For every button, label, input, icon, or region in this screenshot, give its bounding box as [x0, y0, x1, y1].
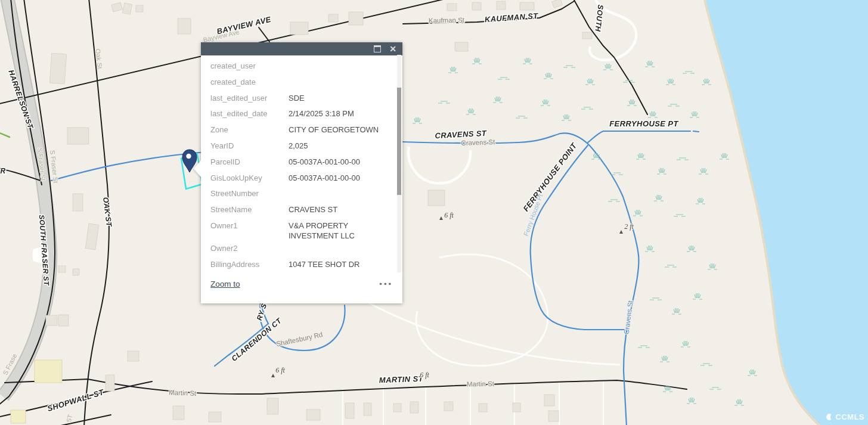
building-footprint [58, 315, 69, 326]
building-footprint [447, 4, 457, 11]
field-label: Zone [210, 122, 289, 135]
field-value [289, 186, 388, 188]
building-footprint [410, 402, 418, 413]
popup-footer: Zoom to ••• [201, 277, 402, 291]
field-value: 05-0037A-001-00-00 [289, 154, 388, 167]
field-label: Owner2 [210, 241, 289, 253]
map-pin-hole [186, 154, 191, 159]
building-footprint [306, 410, 320, 420]
building-footprint [364, 403, 371, 415]
field-value: V&A PROPERTY INVESTMENT LLC [289, 218, 388, 241]
building-footprint [35, 360, 62, 383]
field-row-owner2: Owner2 [201, 241, 402, 257]
map-label-martin-st: Martin St [169, 389, 197, 397]
map-label-kaufman-st: Kaufman St [429, 16, 465, 24]
field-row-billingaddress: BillingAddress1047 TEE SHOT DR [201, 257, 402, 273]
building-footprint [267, 398, 278, 414]
building-footprint [67, 128, 89, 144]
building-footprint [106, 375, 114, 391]
attribution: CCMLS [825, 412, 864, 421]
field-row-last-edited-user: last_edited_userSDE [201, 91, 402, 107]
close-icon: ✕ [389, 45, 396, 53]
building-footprint [455, 42, 468, 51]
building-footprint [428, 190, 445, 206]
building-footprint [520, 2, 534, 10]
building-footprint [128, 351, 139, 361]
field-label: StreetNumber [210, 186, 289, 198]
field-row-created-date: created_date [201, 75, 402, 91]
building-footprint [479, 404, 487, 412]
field-value: SDE [289, 91, 388, 103]
field-row-last-edited-date: last_edited_date2/14/2025 3:18 PM [201, 106, 402, 122]
attribution-text: CCMLS [835, 412, 864, 421]
map-label-ferryhouse-pt: FERRYHOUSE PT [609, 119, 678, 128]
building-footprint [328, 14, 338, 22]
building-footprint [548, 411, 559, 421]
building-footprint [49, 53, 66, 84]
building-footprint [73, 194, 83, 211]
map-label-r: R [0, 167, 5, 175]
field-row-parcelid: ParcelID05-0037A-001-00-00 [201, 154, 402, 170]
map-label-6-ft: 6 ft [420, 371, 429, 379]
map-application: BAYVIEW AVEBayview AveKAUFMAN STKaufman … [0, 0, 868, 425]
building-footprint [46, 315, 57, 325]
field-row-created-user: created_user [201, 58, 402, 75]
field-value: 2,025 [289, 138, 388, 151]
field-value: CITY OF GEORGETOWN [289, 122, 388, 135]
building-footprint [444, 402, 453, 411]
building-footprint [73, 269, 79, 275]
zoom-to-link[interactable]: Zoom to [210, 280, 240, 288]
field-label: created_date [210, 75, 289, 87]
popup-titlebar[interactable]: ✕ [201, 42, 402, 55]
ellipsis-menu-icon[interactable]: ••• [379, 281, 393, 287]
field-label: StreetName [210, 202, 289, 215]
field-row-zone: ZoneCITY OF GEORGETOWN [201, 122, 402, 138]
building-footprint [472, 2, 481, 10]
map-label-6-ft: 6 ft [275, 366, 285, 374]
field-label: YearID [210, 138, 289, 151]
building-footprint [544, 395, 554, 406]
attribute-popup: ✕ created_usercreated_datelast_edited_us… [201, 42, 402, 303]
map-label-martin-st: MARTIN ST [379, 374, 424, 385]
map-label-2-ft: 2 ft [624, 222, 634, 231]
building-footprint [513, 403, 520, 412]
building-footprint [345, 403, 354, 418]
field-label: BillingAddress [210, 257, 289, 269]
field-row-streetname: StreetNameCRAVENS ST [201, 202, 402, 218]
map-canvas[interactable]: BAYVIEW AVEBayview AveKAUFMAN STKaufman … [0, 0, 868, 425]
building-footprint [173, 406, 184, 420]
field-label: last_edited_date [210, 106, 289, 119]
field-value [289, 75, 388, 77]
popup-scrollbar-thumb[interactable] [397, 88, 401, 195]
field-label: ParcelID [210, 154, 289, 167]
building-footprint [178, 18, 191, 34]
field-list: created_usercreated_datelast_edited_user… [201, 58, 402, 288]
field-value: 2/14/2025 3:18 PM [289, 106, 388, 119]
maximize-icon [374, 45, 381, 52]
field-label: last_edited_user [210, 91, 289, 103]
map-label-martin-st: Martin St [467, 380, 495, 388]
building-footprint [58, 266, 66, 272]
building-footprint [393, 404, 401, 412]
building-footprint [136, 5, 143, 12]
building-footprint [209, 412, 221, 422]
field-value: 05-0037A-001-00-00 [289, 170, 388, 183]
field-value [289, 241, 388, 243]
field-value [289, 273, 388, 275]
building-footprint [349, 12, 363, 25]
maximize-button[interactable] [373, 44, 382, 54]
field-label: created_user [210, 58, 289, 71]
field-label: Owner1 [210, 218, 289, 231]
field-value: 1047 TEE SHOT DR [289, 257, 388, 269]
map-label-6-ft: 6 ft [444, 211, 454, 219]
field-value [289, 58, 388, 61]
field-value: CRAVENS ST [289, 202, 388, 215]
close-button[interactable]: ✕ [388, 44, 398, 54]
building-footprint [290, 22, 308, 35]
field-row-streetnumber: StreetNumber [201, 186, 402, 202]
ccmls-logo-icon [825, 413, 833, 421]
field-row-gislookupkey: GisLookUpKey05-0037A-001-00-00 [201, 170, 402, 187]
building-footprint [497, 1, 506, 10]
building-footprint [11, 410, 26, 423]
field-label: GisLookUpKey [210, 170, 289, 183]
